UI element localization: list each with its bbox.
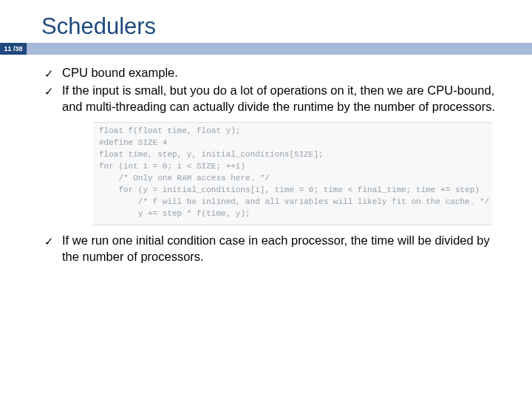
code-snippet: float f(float time, float y); #define SI… <box>93 122 492 225</box>
checkmark-icon: ✓ <box>44 66 54 81</box>
list-item: ✓ CPU bound example. <box>41 65 501 81</box>
list-item: ✓ If we run one initial condition case i… <box>41 233 501 265</box>
bullet-list-top: ✓ CPU bound example. ✓ If the input is s… <box>41 65 501 115</box>
page-indicator: 11 /38 <box>0 43 27 55</box>
bullet-text: If the input is small, but you do a lot … <box>62 83 495 113</box>
bullet-text: CPU bound example. <box>62 66 178 79</box>
title-wrap: Schedulers <box>0 13 532 40</box>
bullet-text: If we run one initial condition case in … <box>62 233 490 263</box>
list-item: ✓ If the input is small, but you do a lo… <box>41 83 501 115</box>
checkmark-icon: ✓ <box>44 234 54 249</box>
accent-bar <box>27 43 532 55</box>
checkmark-icon: ✓ <box>44 84 54 99</box>
header-bar: 11 /38 <box>0 43 532 55</box>
slide: Schedulers 11 /38 ✓ CPU bound example. ✓… <box>0 0 532 399</box>
slide-body: ✓ CPU bound example. ✓ If the input is s… <box>0 55 532 265</box>
bullet-list-bottom: ✓ If we run one initial condition case i… <box>41 233 501 265</box>
slide-title: Schedulers <box>41 13 532 40</box>
